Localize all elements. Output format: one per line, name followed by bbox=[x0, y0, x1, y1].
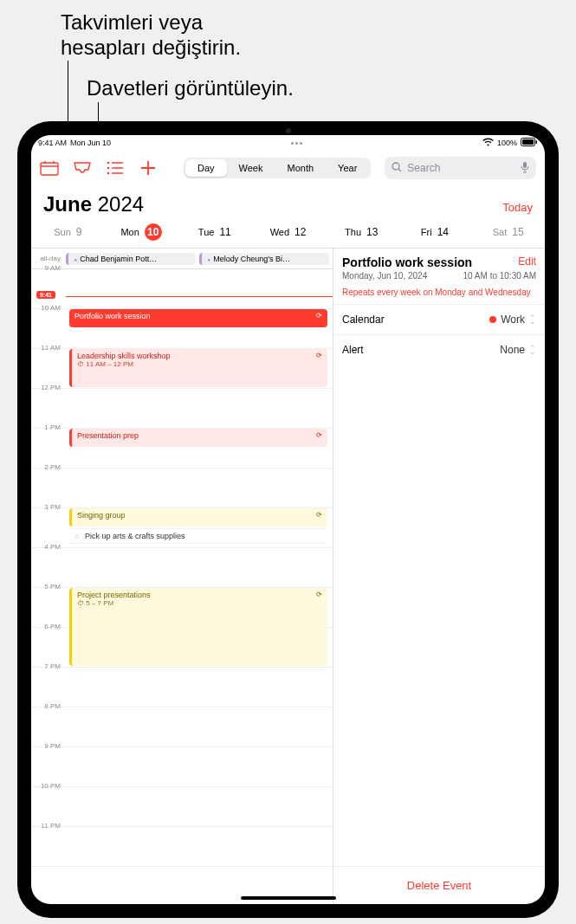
repeat-icon: ⟳ bbox=[316, 431, 322, 439]
today-button[interactable]: Today bbox=[502, 201, 533, 214]
allday-event-2[interactable]: Melody Cheung's Bi… bbox=[199, 253, 329, 265]
svg-point-8 bbox=[107, 167, 110, 170]
weekday-fri[interactable]: Fri14 bbox=[398, 223, 472, 241]
search-field[interactable]: Search bbox=[385, 157, 536, 179]
event-pickup[interactable]: Pick up arts & crafts supplies bbox=[69, 528, 327, 544]
repeat-icon: ⟳ bbox=[316, 511, 322, 519]
view-year[interactable]: Year bbox=[326, 159, 369, 177]
hour-6pm: 6 PM bbox=[31, 623, 66, 630]
hour-8pm: 8 PM bbox=[31, 702, 66, 710]
svg-point-15 bbox=[392, 163, 399, 170]
now-line bbox=[66, 296, 333, 297]
battery-percent: 100% bbox=[497, 139, 517, 147]
svg-point-9 bbox=[107, 172, 110, 175]
weekday-thu[interactable]: Thu13 bbox=[325, 223, 398, 241]
weekday-sun[interactable]: Sun9 bbox=[31, 223, 105, 241]
repeat-icon: ⟳ bbox=[316, 352, 322, 359]
hour-4pm: 4 PM bbox=[31, 543, 66, 551]
multitask-dots[interactable] bbox=[288, 142, 306, 145]
detail-alert-value: None bbox=[500, 344, 525, 356]
hour-12pm: 12 PM bbox=[31, 384, 66, 391]
detail-calendar-row[interactable]: Calendar Work ⌃⌄ bbox=[333, 304, 545, 334]
chevron-updown-icon: ⌃⌄ bbox=[529, 316, 536, 324]
allday-row: all-day Chad Benjamin Pott… Melody Cheun… bbox=[31, 249, 333, 269]
event-portfolio[interactable]: ⟳ Portfolio work session bbox=[69, 309, 327, 327]
weekday-mon[interactable]: Mon10 bbox=[105, 223, 178, 241]
repeat-icon: ⟳ bbox=[316, 591, 322, 598]
event-title: Project presentations bbox=[77, 591, 322, 599]
hour-11am: 11 AM bbox=[31, 344, 66, 352]
battery-icon bbox=[521, 138, 538, 148]
weekday-row: Sun9 Mon10 Tue11 Wed12 Thu13 Fri14 Sat15 bbox=[31, 220, 545, 248]
event-title: Singing group bbox=[77, 511, 126, 520]
detail-time: 10 AM to 10:30 AM bbox=[463, 271, 537, 281]
month-name: June bbox=[43, 192, 92, 216]
detail-alert-label: Alert bbox=[342, 344, 364, 356]
event-singing[interactable]: ⟳ Singing group bbox=[69, 508, 327, 527]
callout-invites: Davetleri görüntüleyin. bbox=[87, 76, 294, 101]
month-title: June 2024 bbox=[43, 192, 144, 216]
weekday-wed[interactable]: Wed12 bbox=[251, 223, 325, 241]
main-content: all-day Chad Benjamin Pott… Melody Cheun… bbox=[31, 248, 545, 904]
svg-rect-17 bbox=[523, 162, 527, 168]
event-detail-panel: Portfolio work session Edit Monday, Jun … bbox=[333, 249, 545, 904]
month-header: June 2024 Today bbox=[31, 185, 545, 220]
status-bar: 9:41 AM Mon Jun 10 100% bbox=[31, 135, 545, 151]
list-button[interactable] bbox=[106, 158, 125, 178]
allday-event-1[interactable]: Chad Benjamin Pott… bbox=[66, 253, 196, 265]
event-project[interactable]: ⟳ Project presentations ⏱ 5 – 7 PM bbox=[69, 588, 327, 666]
view-week[interactable]: Week bbox=[227, 159, 275, 177]
detail-title: Portfolio work session bbox=[342, 255, 518, 269]
hour-10pm: 10 PM bbox=[31, 782, 66, 790]
hour-9pm: 9 PM bbox=[31, 742, 66, 750]
calendars-button[interactable] bbox=[40, 158, 59, 178]
year: 2024 bbox=[98, 192, 144, 216]
detail-calendar-value: Work bbox=[501, 313, 525, 326]
wifi-icon bbox=[482, 138, 494, 148]
ipad-frame: 9:41 AM Mon Jun 10 100% bbox=[17, 121, 559, 918]
callout-calendars: Takvimleri veyahesapları değiştirin. bbox=[61, 10, 241, 61]
search-placeholder: Search bbox=[407, 162, 440, 174]
view-day[interactable]: Day bbox=[185, 159, 227, 177]
detail-repeats: Repeats every week on Monday and Wednesd… bbox=[333, 288, 545, 304]
toolbar: Day Week Month Year Search bbox=[31, 151, 545, 185]
camera-dot bbox=[286, 128, 291, 133]
event-title: Leadership skills workshop bbox=[77, 352, 322, 360]
day-schedule[interactable]: all-day Chad Benjamin Pott… Melody Cheun… bbox=[31, 249, 333, 904]
detail-date: Monday, Jun 10, 2024 bbox=[342, 271, 427, 281]
detail-alert-row[interactable]: Alert None ⌃⌄ bbox=[333, 334, 545, 365]
event-presentation[interactable]: ⟳ Presentation prep bbox=[69, 429, 327, 447]
inbox-button[interactable] bbox=[73, 158, 92, 178]
event-title: Portfolio work session bbox=[74, 312, 151, 320]
event-title: Presentation prep bbox=[77, 431, 139, 440]
mic-icon[interactable] bbox=[521, 161, 529, 176]
svg-rect-2 bbox=[536, 140, 538, 144]
svg-point-7 bbox=[107, 162, 110, 165]
home-indicator[interactable] bbox=[241, 896, 336, 900]
detail-calendar-label: Calendar bbox=[342, 313, 385, 326]
svg-line-16 bbox=[398, 169, 401, 171]
hour-9am: 9 AM bbox=[31, 264, 66, 272]
edit-button[interactable]: Edit bbox=[518, 255, 536, 268]
delete-event-button[interactable]: Delete Event bbox=[333, 866, 545, 904]
view-segment: Day Week Month Year bbox=[184, 158, 371, 178]
repeat-icon: ⟳ bbox=[316, 312, 322, 320]
search-icon bbox=[392, 162, 402, 175]
add-event-button[interactable] bbox=[139, 158, 158, 178]
status-time: 9:41 AM bbox=[38, 139, 67, 147]
hour-5pm: 5 PM bbox=[31, 583, 66, 591]
event-leadership[interactable]: ⟳ Leadership skills workshop ⏱ 11 AM – 1… bbox=[69, 349, 327, 387]
weekday-tue[interactable]: Tue11 bbox=[178, 223, 251, 241]
chevron-updown-icon: ⌃⌄ bbox=[529, 346, 536, 354]
now-badge: 9:41 bbox=[36, 291, 55, 299]
status-date: Mon Jun 10 bbox=[70, 139, 111, 147]
event-subtitle: 5 – 7 PM bbox=[86, 599, 113, 607]
event-subtitle: 11 AM – 12 PM bbox=[86, 360, 133, 368]
hour-11pm: 11 PM bbox=[31, 822, 66, 830]
weekday-sat[interactable]: Sat15 bbox=[471, 223, 545, 241]
allday-label: all-day bbox=[31, 255, 66, 262]
hour-7pm: 7 PM bbox=[31, 662, 66, 670]
view-month[interactable]: Month bbox=[275, 159, 326, 177]
svg-rect-3 bbox=[41, 163, 58, 175]
calendar-color-dot bbox=[489, 316, 496, 323]
